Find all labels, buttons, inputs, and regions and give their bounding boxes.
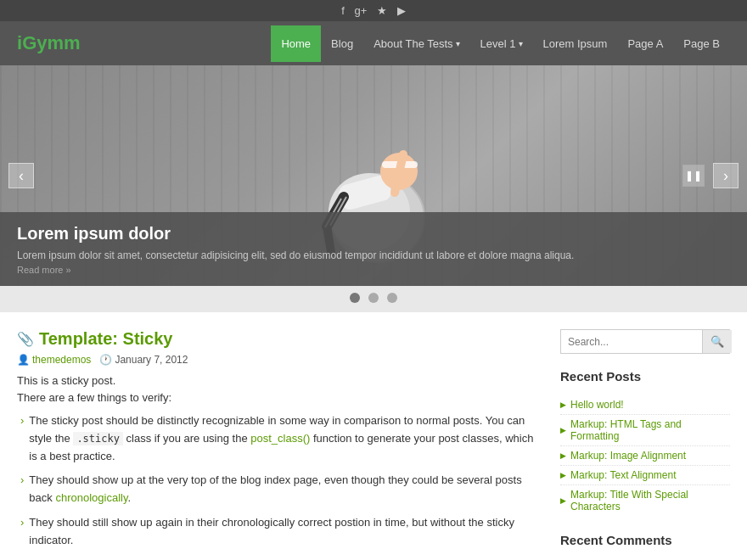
nav-blog[interactable]: Blog	[321, 25, 363, 62]
recent-post-link[interactable]: Markup: Image Alignment	[570, 450, 686, 462]
recent-posts-title: Recent Posts	[560, 369, 730, 387]
hero-slider: ‹ › ❚❚ Lorem ipsum dolor Lorem ipsum dol…	[0, 65, 747, 286]
list-item: Markup: Image Alignment	[560, 446, 730, 466]
slider-dot-1[interactable]	[350, 293, 360, 303]
youtube-icon[interactable]: ▶	[397, 4, 406, 17]
nav-home[interactable]: Home	[271, 25, 321, 62]
bullet-item-1: › The sticky post should be distinctly r…	[17, 412, 535, 465]
recent-post-link[interactable]: Markup: Title With Special Characters	[570, 489, 730, 512]
sidebar: 🔍 Recent Posts Hello world! Markup: HTML…	[560, 329, 730, 560]
bullet-text-4: If you have a plugin or widget that list…	[29, 557, 535, 560]
nav-page-b[interactable]: Page B	[673, 25, 730, 62]
search-button[interactable]: 🔍	[702, 330, 732, 353]
bullet-text-1: The sticky post should be distinctly rec…	[29, 412, 535, 465]
logo: iGymm	[17, 32, 81, 54]
googleplus-icon[interactable]: g+	[355, 4, 368, 17]
recent-post-link[interactable]: Markup: HTML Tags and Formatting	[570, 418, 730, 442]
author-meta: 👤 themedemos	[17, 354, 91, 366]
user-icon: 👤	[17, 354, 30, 366]
main-nav: Home Blog About The Tests▾ Level 1▾ Lore…	[271, 25, 730, 62]
slide-caption: Lorem ipsum dolor Lorem ipsum dolor sit …	[0, 212, 747, 286]
slider-dot-2[interactable]	[368, 293, 379, 303]
bullet-text-3: They should still show up again in their…	[29, 514, 535, 550]
read-more-link[interactable]: Read more »	[17, 265, 71, 275]
article: 📎 Template: Sticky 👤 themedemos 🕐 Januar…	[17, 329, 535, 560]
bullet-item-3: › They should still show up again in the…	[17, 514, 535, 550]
social-bar: f g+ ★ ▶	[0, 0, 747, 21]
bullet-arrow-icon: ›	[20, 557, 24, 560]
list-item: Markup: Text Alignment	[560, 466, 730, 485]
article-title: 📎 Template: Sticky	[17, 329, 535, 349]
nav-about-tests[interactable]: About The Tests▾	[363, 25, 469, 62]
post-class-link[interactable]: post_class()	[250, 432, 310, 445]
recent-posts-list: Hello world! Markup: HTML Tags and Forma…	[560, 395, 730, 516]
main-content: 📎 Template: Sticky 👤 themedemos 🕐 Januar…	[17, 329, 560, 560]
intro-line1: This is a sticky post.	[17, 372, 535, 389]
bullet-item-4: › If you have a plugin or widget that li…	[17, 557, 535, 560]
bullet-text-2: They should show up at the very top of t…	[29, 472, 535, 507]
content-area: 📎 Template: Sticky 👤 themedemos 🕐 Januar…	[0, 312, 747, 560]
recent-post-link[interactable]: Hello world!	[570, 399, 624, 411]
list-item: Hello world!	[560, 395, 730, 415]
slider-pause-button[interactable]: ❚❚	[682, 165, 705, 187]
article-title-text: Template: Sticky	[39, 329, 172, 349]
bullet-item-2: › They should show up at the very top of…	[17, 472, 535, 507]
article-date: January 7, 2012	[115, 354, 188, 366]
nav-lorem-ipsum[interactable]: Lorem Ipsum	[533, 25, 618, 62]
bullet-arrow-icon: ›	[20, 472, 24, 507]
slider-prev-button[interactable]: ‹	[8, 163, 34, 188]
slider-dots	[0, 286, 747, 312]
date-meta: 🕐 January 7, 2012	[99, 354, 188, 366]
clock-icon: 🕐	[99, 354, 112, 366]
article-body: › The sticky post should be distinctly r…	[17, 412, 535, 560]
slide-text: Lorem ipsum dolor sit amet, consectetur …	[17, 248, 730, 263]
chevron-down-icon: ▾	[456, 39, 460, 48]
intro-line2: There are a few things to verify:	[17, 389, 535, 406]
logo-text: Gymm	[22, 32, 80, 53]
search-form: 🔍	[560, 329, 730, 354]
slider-dot-3[interactable]	[387, 293, 397, 303]
facebook-icon[interactable]: f	[341, 4, 345, 17]
recent-post-link[interactable]: Markup: Text Alignment	[570, 469, 677, 481]
slide-title: Lorem ipsum dolor	[17, 224, 730, 244]
author-link[interactable]: themedemos	[32, 354, 91, 366]
list-item: Markup: Title With Special Characters	[560, 485, 730, 516]
slider-next-button[interactable]: ›	[713, 163, 739, 188]
search-input[interactable]	[561, 330, 702, 353]
nav-page-a[interactable]: Page A	[617, 25, 673, 62]
bullet-arrow-icon: ›	[20, 514, 24, 550]
rss-icon[interactable]: ★	[377, 4, 387, 17]
header: iGymm Home Blog About The Tests▾ Level 1…	[0, 21, 747, 65]
chevron-down-icon: ▾	[519, 39, 523, 48]
recent-comments-title: Recent Comments	[560, 533, 730, 551]
nav-level1[interactable]: Level 1▾	[470, 25, 533, 62]
bullet-arrow-icon: ›	[20, 412, 24, 465]
article-meta: 👤 themedemos 🕐 January 7, 2012	[17, 354, 535, 366]
pin-icon: 📎	[17, 331, 34, 347]
list-item: Markup: HTML Tags and Formatting	[560, 415, 730, 446]
article-intro: This is a sticky post. There are a few t…	[17, 372, 535, 406]
